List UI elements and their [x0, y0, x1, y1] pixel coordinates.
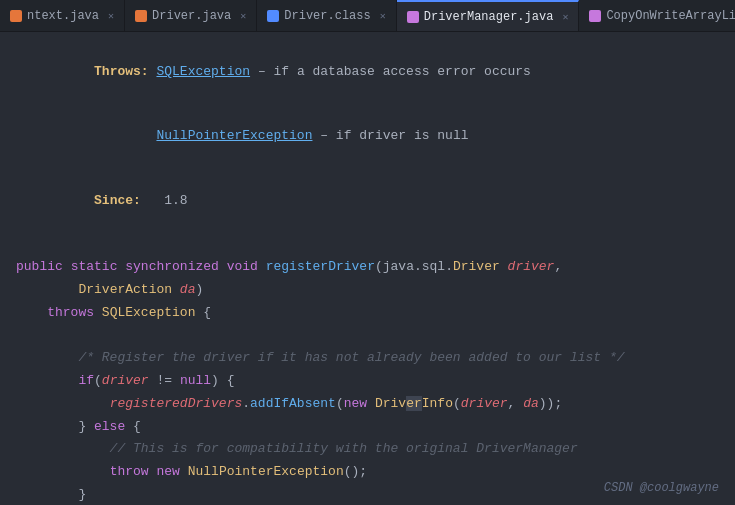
- tab-driver-java[interactable]: Driver.java ✕: [125, 0, 257, 32]
- line-comment: /* Register the driver if it has not alr…: [0, 347, 735, 370]
- line-throws-sqlexception: Throws: SQLException – if a database acc…: [0, 40, 735, 104]
- line-empty-1: [0, 233, 735, 256]
- tab-close-driver-class[interactable]: ✕: [380, 10, 386, 22]
- tab-icon-driver-java: [135, 10, 147, 22]
- watermark: CSDN @coolgwayne: [604, 481, 719, 495]
- tab-label-driver-java: Driver.java: [152, 9, 231, 23]
- line-since: Since: 1.8: [0, 169, 735, 233]
- tab-icon-driver-class: [267, 10, 279, 22]
- tab-drivermanager-java[interactable]: DriverManager.java ✕: [397, 0, 580, 32]
- tab-label-drivermanager: DriverManager.java: [424, 10, 554, 24]
- tab-copyonwrite[interactable]: CopyOnWriteArrayList.java ✕: [579, 0, 735, 32]
- tab-context[interactable]: ntext.java ✕: [0, 0, 125, 32]
- code-area: Throws: SQLException – if a database acc…: [0, 32, 735, 505]
- line-empty-2: [0, 324, 735, 347]
- tab-close-driver-java[interactable]: ✕: [240, 10, 246, 22]
- line-compat-comment: // This is for compatibility with the or…: [0, 438, 735, 461]
- line-throws-npe: NullPointerException – if driver is null: [0, 104, 735, 168]
- tab-close-context[interactable]: ✕: [108, 10, 114, 22]
- line-else: } else {: [0, 416, 735, 439]
- tab-label-driver-class: Driver.class: [284, 9, 370, 23]
- line-driveraction: DriverAction da): [0, 279, 735, 302]
- line-register-driver-sig: public static synchronized void register…: [0, 256, 735, 279]
- tab-close-drivermanager[interactable]: ✕: [562, 11, 568, 23]
- tab-label-context: ntext.java: [27, 9, 99, 23]
- tab-icon-drivermanager: [407, 11, 419, 23]
- tab-driver-class[interactable]: Driver.class ✕: [257, 0, 396, 32]
- line-throws-decl: throws SQLException {: [0, 302, 735, 325]
- tab-label-copyonwrite: CopyOnWriteArrayList.java: [606, 9, 735, 23]
- tab-icon-context: [10, 10, 22, 22]
- line-registered-drivers: registeredDrivers.addIfAbsent(new Driver…: [0, 393, 735, 416]
- line-if-driver: if(driver != null) {: [0, 370, 735, 393]
- tab-icon-copyonwrite: [589, 10, 601, 22]
- tab-bar: ntext.java ✕ Driver.java ✕ Driver.class …: [0, 0, 735, 32]
